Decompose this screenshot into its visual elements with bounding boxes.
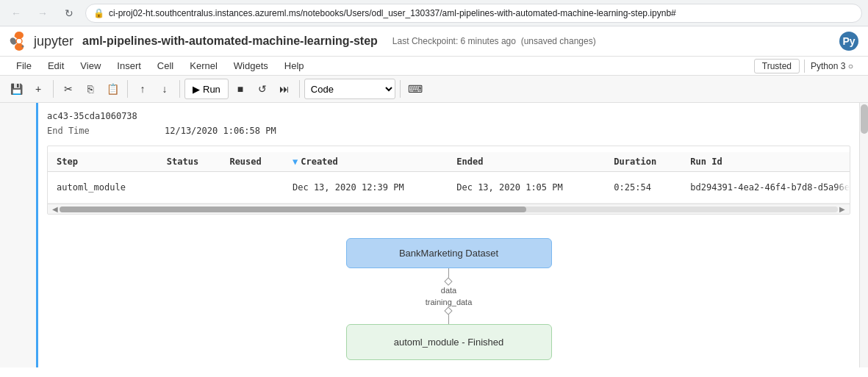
svg-point-3 (16, 38, 22, 44)
browser-bar: ← → ↻ 🔒 ci-proj02-ht.southcentralus.inst… (0, 0, 868, 26)
scroll-thumb[interactable] (60, 207, 526, 212)
col-ended[interactable]: Ended (448, 152, 605, 172)
run-icon: ▶ (193, 84, 200, 95)
jupyter-header: jupyter aml-pipelines-with-automated-mac… (0, 26, 868, 57)
menu-widgets[interactable]: Widgets (226, 58, 276, 73)
pipeline-connector: data training_data (426, 268, 473, 324)
scroll-track[interactable] (60, 207, 838, 212)
notebook-content: ac43-35cda1060738 End Time 12/13/2020 1:… (0, 103, 868, 367)
sort-arrow-icon: ▼ (293, 157, 298, 167)
cell-output: ac43-35cda1060738 End Time 12/13/2020 1:… (47, 109, 850, 138)
toolbar-separator-1 (53, 80, 54, 98)
run-id-partial: ac43-35cda1060738 (47, 111, 137, 121)
menu-edit[interactable]: Edit (40, 58, 71, 73)
cell-sidebar (0, 103, 38, 367)
keyboard-shortcut-button[interactable]: ⌨ (405, 79, 426, 99)
jupyter-logo: jupyter (9, 31, 73, 51)
restart-button[interactable]: ↺ (252, 79, 273, 99)
checkpoint-info: Last Checkpoint: 6 minutes ago (unsaved … (392, 36, 596, 46)
svg-text:Py: Py (842, 35, 855, 47)
menu-kernel[interactable]: Kernel (182, 58, 225, 73)
col-step[interactable]: Step (48, 152, 158, 172)
connector-diamond-top (445, 277, 453, 285)
col-status[interactable]: Status (158, 152, 221, 172)
copy-button[interactable]: ⎘ (80, 79, 101, 99)
cut-button[interactable]: ✂ (58, 79, 79, 99)
cell-type-select[interactable]: Code Markdown Raw NBConvert (304, 79, 395, 99)
menu-cell[interactable]: Cell (150, 58, 181, 73)
horizontal-scrollbar[interactable]: ◀ ▶ (48, 204, 850, 214)
pipeline-table: Step Status Reused ▼Created Ended Durati… (48, 152, 850, 204)
run-id-row: ac43-35cda1060738 (47, 109, 850, 123)
trusted-badge[interactable]: Trusted (754, 59, 800, 73)
menu-file[interactable]: File (9, 58, 39, 73)
lock-icon: 🔒 (93, 8, 104, 18)
menu-help[interactable]: Help (277, 58, 312, 73)
move-up-button[interactable]: ↑ (132, 79, 153, 99)
table-row: automl_module Dec 13, 2020 12:39 PM Dec … (48, 172, 850, 204)
svg-point-4 (15, 35, 17, 37)
paste-button[interactable]: 📋 (102, 79, 123, 99)
python-logo-icon: Py (839, 31, 859, 51)
url-text: ci-proj02-ht.southcentralus.instances.az… (109, 8, 676, 18)
col-created[interactable]: ▼Created (284, 152, 448, 172)
cell-created: Dec 13, 2020 12:39 PM (284, 172, 448, 204)
save-button[interactable]: 💾 (6, 79, 26, 99)
run-button[interactable]: ▶ Run (184, 79, 229, 99)
back-button[interactable]: ← (6, 3, 26, 24)
add-cell-button[interactable]: + (28, 79, 49, 99)
menu-insert[interactable]: Insert (110, 58, 148, 73)
connector-line-bottom (448, 314, 449, 324)
toolbar-separator-3 (179, 80, 180, 98)
cell-reused (220, 172, 284, 204)
toolbar-separator-2 (127, 80, 128, 98)
jupyter-title: jupyter (34, 34, 73, 49)
end-time-label: End Time (47, 126, 165, 136)
pipeline-node-module: automl_module - Finished (346, 324, 552, 360)
toolbar-separator-5 (400, 80, 401, 98)
cell-body: ac43-35cda1060738 End Time 12/13/2020 1:… (38, 103, 859, 367)
python-badge: Python 3 ○ (804, 60, 859, 73)
connector-diamond-bottom (445, 306, 453, 315)
scroll-left-arrow[interactable]: ◀ (51, 205, 60, 213)
cell-duration: 0:25:54 (605, 172, 681, 204)
cell-step: automl_module (48, 172, 158, 204)
scroll-right-arrow[interactable]: ▶ (838, 205, 847, 213)
pipeline-table-container[interactable]: Step Status Reused ▼Created Ended Durati… (47, 146, 850, 215)
table-header-row: Step Status Reused ▼Created Ended Durati… (48, 152, 850, 172)
address-bar[interactable]: 🔒 ci-proj02-ht.southcentralus.instances.… (85, 4, 862, 23)
connector-label-training: training_data (426, 298, 473, 306)
connector-label-data: data (441, 286, 456, 295)
pipeline-diagram: BankMarketing Dataset data training_data… (47, 223, 850, 367)
right-scrollbar[interactable] (859, 103, 868, 367)
end-time-row: End Time 12/13/2020 1:06:58 PM (47, 123, 850, 138)
pipeline-node-dataset: BankMarketing Dataset (346, 238, 552, 268)
cell-ended: Dec 13, 2020 1:05 PM (448, 172, 605, 204)
reload-button[interactable]: ↻ (59, 3, 79, 24)
run-label: Run (203, 84, 220, 95)
col-reused[interactable]: Reused (220, 152, 284, 172)
menu-bar: File Edit View Insert Cell Kernel Widget… (0, 57, 868, 76)
cell-status (158, 172, 221, 204)
stop-button[interactable]: ■ (230, 79, 251, 99)
col-duration[interactable]: Duration (605, 152, 681, 172)
move-down-button[interactable]: ↓ (154, 79, 175, 99)
restart-run-button[interactable]: ⏭ (274, 79, 295, 99)
menu-view[interactable]: View (73, 58, 108, 73)
cell-run-id: bd294391-4ea2-46f4-b7d8-d5a96e4310 ▲▼ (681, 172, 850, 204)
scrollbar-thumb[interactable] (861, 104, 868, 134)
toolbar-separator-4 (299, 80, 300, 98)
toolbar: 💾 + ✂ ⎘ 📋 ↑ ↓ ▶ Run ■ ↺ ⏭ Code Markdown … (0, 76, 868, 103)
notebook-name[interactable]: aml-pipelines-with-automated-machine-lea… (82, 35, 378, 48)
svg-point-5 (22, 46, 24, 48)
col-run-id[interactable]: Run Id (681, 152, 850, 172)
jupyter-logo-icon (9, 31, 29, 51)
end-time-value: 12/13/2020 1:06:58 PM (165, 126, 276, 136)
forward-button[interactable]: → (32, 3, 53, 24)
